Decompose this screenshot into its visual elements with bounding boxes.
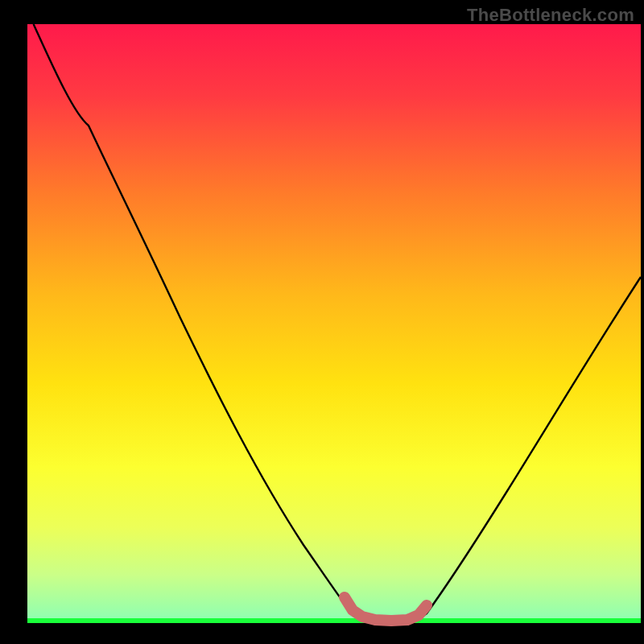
chart-stage: TheBottleneck.com	[0, 0, 644, 644]
plot-background	[27, 24, 641, 623]
bottleneck-chart	[0, 0, 644, 644]
bottom-green-stripe	[27, 618, 641, 623]
watermark-label: TheBottleneck.com	[467, 5, 634, 26]
